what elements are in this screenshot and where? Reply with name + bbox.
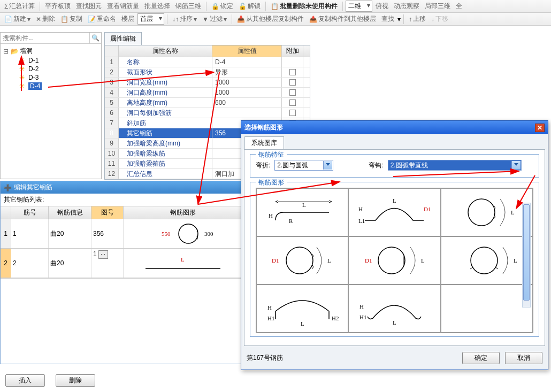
rebar-row[interactable]: 1 1 曲20 356 550 300	[1, 219, 243, 249]
shape-option[interactable]	[441, 285, 533, 333]
perspective-button[interactable]: 俯视	[373, 1, 391, 11]
property-add-checkbox[interactable]	[282, 78, 303, 87]
bend-combo[interactable]: 2.圆与圆弧	[274, 160, 333, 171]
calc-button[interactable]: Σ 汇总计算	[2, 1, 37, 11]
shape-option[interactable]: HH1L	[348, 285, 440, 333]
rename-button[interactable]: 📝 重命名	[86, 14, 118, 24]
scroll-thumb[interactable]	[523, 204, 530, 301]
local-3d-button[interactable]: 局部三维	[423, 1, 453, 11]
copy-to-other-button[interactable]: 📤 复制构件到其他楼层	[307, 14, 378, 24]
rebar-diagram[interactable]: 1 ⋯	[91, 249, 124, 278]
tree-item[interactable]: ✳ D-2	[2, 65, 100, 73]
property-add-checkbox[interactable]	[282, 57, 303, 67]
floor-dropdown[interactable]: 首层	[137, 13, 164, 25]
insert-button[interactable]: 插入	[5, 374, 45, 387]
cancel-button[interactable]: 取消	[505, 352, 542, 364]
shape-option[interactable]: L	[441, 236, 533, 285]
editor-title-bar: ➕ 编辑其它钢筋	[1, 181, 243, 194]
ok-button[interactable]: 确定	[462, 352, 500, 364]
view-rebar-button[interactable]: 查看钢筋量	[105, 1, 141, 11]
property-row[interactable]: 1 名称 D-4	[105, 57, 310, 67]
property-value[interactable]	[212, 108, 282, 118]
tree-item[interactable]: ✳ D-3	[2, 73, 100, 82]
plus-icon: ➕	[4, 184, 12, 191]
property-add-checkbox[interactable]	[282, 67, 303, 77]
row-number: 3	[105, 78, 119, 87]
property-row[interactable]: 5 离地高度(mm) 600	[105, 98, 310, 108]
property-row[interactable]: 6 洞口每侧加强筋	[105, 108, 310, 118]
rebar-shape-cell[interactable]: 550 300	[124, 219, 243, 248]
tree-item[interactable]: ✳ D-4	[2, 82, 100, 90]
unlock-button[interactable]: 🔓 解锁	[236, 1, 263, 11]
batch-select-button[interactable]: 批量选择	[142, 1, 172, 11]
shape-option[interactable]: D1L	[256, 236, 348, 285]
svg-text:H1: H1	[267, 315, 274, 321]
rebar-editor: ➕ 编辑其它钢筋 其它钢筋列表: 筋号 钢筋信息 图号 钢筋图形 1 1 曲20…	[0, 181, 243, 364]
dialog-title-bar[interactable]: 选择钢筋图形 ✕	[241, 121, 548, 134]
shape-scrollbar[interactable]	[522, 203, 531, 308]
property-value[interactable]: 异形	[212, 67, 282, 77]
property-add-checkbox[interactable]	[282, 88, 303, 97]
row-num: 1	[1, 219, 11, 248]
move-down-button[interactable]: ↓ 下移	[429, 14, 450, 24]
shape-option[interactable]: L	[441, 188, 533, 236]
shape-number-label: 第167号钢筋	[247, 353, 283, 363]
delete-button[interactable]: ✕ 删除	[34, 14, 57, 24]
svg-text:H: H	[267, 304, 272, 311]
collapse-icon[interactable]: ⊟	[3, 48, 9, 55]
tree-item[interactable]: ✳ D-1	[2, 56, 100, 65]
property-value[interactable]: D-4	[212, 57, 282, 67]
view-2d-dropdown[interactable]: 二维	[346, 1, 372, 12]
dynamic-observe-button[interactable]: 动态观察	[392, 1, 422, 11]
toolbar-edit: 📄 新建 ▾ ✕ 删除 📋 复制 📝 重命名 楼层 首层 ↓↑ 排序 ▾ ▼ 过…	[0, 13, 551, 26]
property-row[interactable]: 2 截面形状 异形	[105, 67, 310, 78]
delete-button[interactable]: 删除	[56, 374, 95, 387]
rebar-3d-button[interactable]: 钢筋三维	[173, 1, 203, 11]
sort-button[interactable]: ↓↑ 排序 ▾	[170, 14, 199, 24]
shape-option[interactable]: LD1	[348, 236, 440, 285]
property-value[interactable]: 600	[212, 98, 282, 107]
rebar-shape-cell[interactable]: L	[124, 249, 243, 278]
svg-text:H1: H1	[359, 314, 366, 320]
copy-from-other-button[interactable]: 📥 从其他楼层复制构件	[235, 14, 306, 24]
dialog-title: 选择钢筋图形	[244, 123, 283, 132]
batch-delete-unused-button[interactable]: 📋 批量删除未使用构件	[269, 1, 340, 11]
property-add-checkbox[interactable]	[282, 108, 303, 118]
property-tab[interactable]: 属性编辑	[104, 32, 142, 45]
move-up-button[interactable]: ↑ 上移	[407, 14, 428, 24]
system-library-tab[interactable]: 系统图库	[244, 136, 284, 149]
shape-option[interactable]: HH1LH2	[256, 285, 348, 333]
rebar-row[interactable]: 2 2 曲20 1 ⋯ L	[1, 249, 243, 278]
property-row[interactable]: 3 洞口宽度(mm) 1000	[105, 78, 310, 88]
copy-button[interactable]: 📋 复制	[58, 14, 85, 24]
search-input[interactable]	[1, 33, 89, 43]
shape-option[interactable]: LHR	[256, 188, 348, 236]
close-button[interactable]: ✕	[535, 124, 545, 132]
view-all-button[interactable]: 全	[454, 1, 464, 11]
find-elem-button[interactable]: 查找图元	[74, 1, 104, 11]
property-row[interactable]: 4 洞口高度(mm) 1000	[105, 88, 310, 98]
shape-option[interactable]: LHL1D1	[348, 188, 440, 236]
browse-shape-button[interactable]: ⋯	[98, 250, 108, 259]
rebar-id[interactable]: 1	[11, 219, 49, 248]
rebar-header-info: 钢筋信息	[49, 206, 91, 219]
filter-button[interactable]: ▼ 过滤 ▾	[200, 14, 229, 24]
rebar-info[interactable]: 曲20	[49, 219, 91, 248]
rebar-diagram[interactable]: 356	[91, 219, 124, 248]
search-button[interactable]: 🔍	[89, 33, 101, 43]
find-button[interactable]: 查找	[379, 14, 396, 24]
property-name: 洞口宽度(mm)	[119, 78, 212, 87]
property-value[interactable]: 1000	[212, 78, 282, 87]
lock-button[interactable]: 🔒 锁定	[209, 1, 235, 11]
svg-text:D1: D1	[424, 206, 431, 212]
property-value[interactable]: 1000	[212, 88, 282, 97]
hook-combo[interactable]: 2.圆弧带直线	[388, 160, 522, 171]
rebar-info[interactable]: 曲20	[49, 249, 91, 278]
rebar-id[interactable]: 2	[11, 249, 49, 278]
tree-root[interactable]: ⊟ 📂 墙洞	[2, 46, 100, 56]
flatten-button[interactable]: 平齐板顶	[43, 1, 73, 11]
svg-text:D1: D1	[365, 257, 372, 264]
property-name: 加强暗梁纵筋	[119, 149, 212, 158]
new-button[interactable]: 📄 新建 ▾	[2, 14, 33, 24]
property-add-checkbox[interactable]	[282, 98, 303, 107]
